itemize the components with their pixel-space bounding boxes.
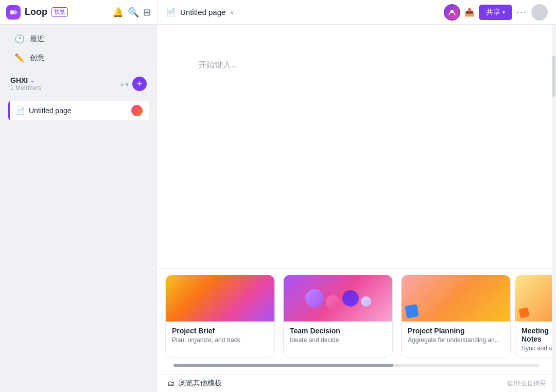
template-thumb-mn — [515, 275, 556, 322]
template-card-project-planning[interactable]: Project Planning Aggregate for understan… — [401, 275, 511, 358]
template-cards-row: Project Brief Plan, organize, and track — [157, 269, 556, 364]
sort-menu-button[interactable]: ≡ ∨ — [120, 80, 129, 88]
publish-icon[interactable]: 📤 — [464, 7, 475, 17]
app-wrapper: Loop 预览 🔔 🔍 ⊞ 📄 Untitled page ∨ 📤 共享 ▾ — [0, 0, 556, 392]
sidebar-item-ideas-label: 创意 — [30, 54, 44, 63]
template-card-project-brief[interactable]: Project Brief Plan, organize, and track — [165, 275, 275, 358]
template-title-pb: Project Brief — [172, 327, 268, 335]
app-name: Loop — [25, 7, 47, 17]
user-avatar-header — [444, 4, 460, 21]
page-title-chevron[interactable]: ∨ — [230, 8, 235, 16]
templates-scroll-track — [173, 364, 540, 367]
main-layout: 🕐 最近 ✏️ 创意 GHXI ⌄ 1 Members — [0, 25, 556, 392]
sidebar-item-recent-label: 最近 — [30, 34, 44, 44]
template-title-pp: Project Planning — [408, 327, 504, 335]
page-icon: 📄 — [166, 7, 176, 17]
sidebar-workspace-section: GHXI ⌄ 1 Members ≡ ∨ + — [0, 72, 157, 98]
sidebar-item-recent[interactable]: 🕐 最近 — [4, 30, 153, 48]
template-desc-mn: Sync and share — [522, 345, 556, 352]
template-card-team-decision[interactable]: Team Decision Ideate and decide — [283, 275, 393, 358]
page-header-title: Untitled page — [180, 8, 225, 16]
workspace-members: 1 Members — [10, 84, 41, 92]
browse-templates-footer: 🗂 浏览其他模板 值∣什么值得买 — [157, 374, 556, 392]
scrollbar-thumb — [552, 56, 555, 97]
template-title-mn: Meeting Notes — [522, 327, 556, 343]
template-desc-pp: Aggregate for understanding an... — [408, 336, 504, 344]
share-button[interactable]: 共享 ▾ — [479, 5, 512, 20]
sidebar-actions: ≡ ∨ + — [120, 77, 147, 91]
recent-icon: 🕐 — [14, 34, 25, 44]
notification-icon[interactable]: 🔔 — [112, 7, 124, 18]
template-thumb-pb — [166, 275, 274, 322]
add-page-button[interactable]: + — [132, 77, 147, 91]
templates-scrollbar-track[interactable] — [157, 364, 556, 374]
template-thumb-td — [284, 275, 392, 322]
app-logo-icon — [6, 5, 21, 20]
templates-scroll-thumb — [173, 364, 393, 367]
content-area: 开始键入... Project Brief Pla — [157, 25, 556, 392]
template-desc-td: Ideate and decide — [290, 336, 386, 344]
sidebar-nav: 🕐 最近 ✏️ 创意 — [0, 25, 157, 72]
template-card-meeting-notes[interactable]: Meeting Notes Sync and share — [515, 275, 556, 358]
topbar: Loop 预览 🔔 🔍 ⊞ 📄 Untitled page ∨ 📤 共享 ▾ — [0, 0, 556, 25]
template-desc-pb: Plan, organize, and track — [172, 336, 268, 344]
more-options-button[interactable]: ··· — [516, 7, 527, 17]
page-user-dot — [131, 105, 143, 116]
sidebar-page-untitled[interactable]: 📄 Untitled page — [8, 101, 149, 120]
workspace-name: GHXI — [10, 76, 28, 84]
topbar-sidebar-section: Loop 预览 🔔 🔍 ⊞ — [0, 0, 157, 24]
sidebar: 🕐 最近 ✏️ 创意 GHXI ⌄ 1 Members — [0, 25, 157, 392]
app-badge: 预览 — [51, 7, 68, 17]
balls-decoration — [305, 287, 371, 310]
page-doc-icon: 📄 — [16, 106, 25, 115]
browse-templates-label: 浏览其他模板 — [179, 379, 222, 388]
sidebar-pages-list: 📄 Untitled page — [0, 98, 157, 123]
editor-placeholder: 开始键入... — [198, 60, 515, 70]
template-thumb-pp — [402, 275, 510, 322]
browse-templates-icon: 🗂 — [167, 379, 175, 387]
vertical-scrollbar[interactable] — [552, 25, 556, 392]
sidebar-item-ideas[interactable]: ✏️ 创意 — [4, 49, 153, 67]
template-title-td: Team Decision — [290, 327, 386, 335]
workspace-chevron: ⌄ — [30, 77, 35, 84]
browse-templates-left[interactable]: 🗂 浏览其他模板 — [167, 379, 222, 388]
topbar-content-section: 📄 Untitled page ∨ 📤 共享 ▾ ··· — [157, 0, 556, 24]
svg-point-1 — [13, 10, 17, 14]
templates-section: Project Brief Plan, organize, and track — [157, 268, 556, 392]
sort-chevron: ∨ — [125, 81, 129, 87]
watermark: 值∣什么值得买 — [507, 379, 546, 388]
sort-icon: ≡ — [120, 80, 124, 88]
grid-icon[interactable]: ⊞ — [143, 7, 151, 18]
user-profile-avatar — [531, 4, 548, 21]
search-icon[interactable]: 🔍 — [128, 7, 139, 18]
sidebar-workspace-header: GHXI ⌄ 1 Members ≡ ∨ + — [10, 76, 147, 92]
workspace-info: GHXI ⌄ 1 Members — [10, 76, 41, 92]
sidebar-page-title: Untitled page — [29, 106, 131, 115]
content-editor[interactable]: 开始键入... — [157, 25, 556, 268]
ideas-icon: ✏️ — [14, 53, 25, 63]
